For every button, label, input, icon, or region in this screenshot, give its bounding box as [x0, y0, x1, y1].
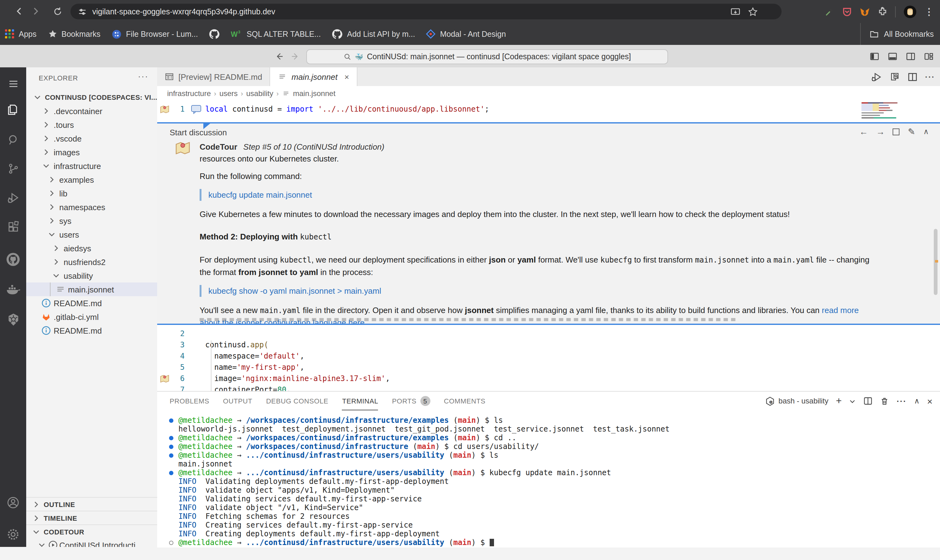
tab-comments[interactable]: COMMENTS: [444, 392, 485, 410]
tab-problems[interactable]: PROBLEMS: [170, 392, 209, 410]
explorer-icon[interactable]: [0, 99, 26, 120]
explorer-item[interactable]: infrastructure: [26, 159, 157, 173]
tab-preview-readme[interactable]: [Preview] README.md: [157, 67, 271, 86]
toggle-sidebar-icon[interactable]: [869, 51, 880, 61]
stop-tour-icon[interactable]: [893, 128, 900, 135]
panel-more-icon[interactable]: ···: [897, 396, 907, 406]
maximize-panel-icon[interactable]: ∧: [914, 397, 920, 405]
explorer-item[interactable]: usability: [26, 269, 157, 283]
pocket-icon[interactable]: [842, 6, 852, 17]
extensions-puzzle-icon[interactable]: [878, 6, 888, 17]
browser-reload-icon[interactable]: [51, 5, 64, 18]
explorer-item[interactable]: nusfriends2: [26, 255, 157, 269]
explorer-item[interactable]: README.md: [26, 324, 157, 337]
customize-layout-icon[interactable]: [924, 51, 934, 61]
bookmark-item[interactable]: W3SQL ALTER TABLE...: [231, 29, 321, 38]
explorer-item[interactable]: main.jsonnet: [26, 283, 157, 296]
explorer-item[interactable]: CONTINUSD [CODESPACES: VI...: [26, 91, 157, 104]
close-panel-icon[interactable]: ×: [927, 396, 932, 406]
codetour-step[interactable]: ContiNUSd Introducti...: [26, 538, 157, 547]
command-center[interactable]: 🐳 ContiNUSd: main.jsonnet — continusd [C…: [306, 49, 668, 64]
settings-gear-icon[interactable]: [0, 524, 26, 545]
bookmark-item[interactable]: Apps: [5, 29, 37, 38]
kill-terminal-icon[interactable]: [880, 396, 889, 406]
address-bar[interactable]: vigilant-space-goggles-wxrqr4qrq5p3v94p.…: [71, 4, 782, 19]
explorer-item[interactable]: users: [26, 228, 157, 242]
breadcrumb-item[interactable]: usability: [246, 89, 273, 98]
bookmark-star-icon[interactable]: [748, 6, 758, 17]
extensions-activity-icon[interactable]: [0, 216, 26, 238]
bookmark-item[interactable]: File Browser - Lum...: [112, 29, 198, 39]
breadcrumb-item[interactable]: main.jsonnet: [293, 89, 335, 98]
section-timeline[interactable]: TIMELINE: [26, 511, 157, 525]
explorer-item[interactable]: images: [26, 145, 157, 159]
browser-back-icon[interactable]: [12, 5, 26, 18]
explorer-item[interactable]: .gitlab-ci.yml: [26, 310, 157, 324]
history-back-icon[interactable]: [272, 49, 286, 63]
minimap[interactable]: [862, 102, 903, 128]
close-icon[interactable]: ×: [344, 72, 349, 82]
debug-run-icon[interactable]: [871, 71, 882, 82]
terminal-line: @metildachee → /workspaces/continusd/inf…: [157, 416, 940, 425]
bookmark-item[interactable]: Add List API by m...: [332, 29, 415, 39]
docker-icon[interactable]: [0, 279, 26, 300]
terminal[interactable]: @metildachee → /workspaces/continusd/inf…: [157, 416, 940, 548]
open-preview-icon[interactable]: [889, 72, 900, 82]
account-icon[interactable]: [0, 492, 26, 513]
terminal-instance[interactable]: $ bash - usability: [765, 396, 828, 406]
explorer-item[interactable]: .vscode: [26, 132, 157, 145]
search-activity-icon[interactable]: [0, 129, 26, 150]
section-outline[interactable]: OUTLINE: [26, 497, 157, 511]
all-bookmarks-button[interactable]: All Bookmarks: [860, 23, 934, 45]
code-editor[interactable]: 1local continusd = import '../../lib/con…: [157, 101, 940, 391]
browser-menu-icon[interactable]: ⋮: [925, 6, 934, 17]
github-activity-icon[interactable]: [0, 249, 26, 270]
explorer-item[interactable]: examples: [26, 173, 157, 186]
tab-debug-console[interactable]: DEBUG CONSOLE: [266, 392, 328, 410]
split-editor-icon[interactable]: [908, 72, 917, 82]
browser-forward-icon[interactable]: [29, 5, 42, 18]
explorer-item[interactable]: .devcontainer: [26, 104, 157, 118]
explorer-item[interactable]: .tours: [26, 118, 157, 132]
explorer-item[interactable]: README.md: [26, 296, 157, 310]
screencast-icon[interactable]: [731, 6, 740, 17]
section-codetour[interactable]: CODETOUR: [26, 525, 157, 538]
metamask-icon[interactable]: [860, 6, 870, 17]
kubernetes-icon[interactable]: [0, 309, 26, 330]
explorer-item[interactable]: sys: [26, 214, 157, 228]
bookmark-item[interactable]: Modal - Ant Design: [426, 29, 506, 38]
explorer-item[interactable]: namespaces: [26, 200, 157, 214]
run-debug-icon[interactable]: [0, 187, 26, 208]
explorer-item-label: .tours: [54, 120, 74, 129]
explorer-item[interactable]: lib: [26, 186, 157, 200]
line-number: 7: [171, 385, 185, 391]
collapse-icon[interactable]: ∧: [923, 127, 929, 136]
tab-ports[interactable]: PORTS5: [392, 392, 430, 410]
history-forward-icon[interactable]: [288, 49, 302, 63]
source-control-icon[interactable]: [0, 158, 26, 179]
toggle-secondary-sidebar-icon[interactable]: [906, 51, 916, 61]
toggle-panel-icon[interactable]: [888, 51, 898, 61]
edit-step-icon[interactable]: ✎: [908, 126, 915, 137]
map-icon: [160, 374, 170, 383]
tab-main-jsonnet[interactable]: main.jsonnet ×: [271, 67, 357, 86]
profile-avatar[interactable]: [903, 5, 917, 18]
tab-terminal[interactable]: TERMINAL: [342, 392, 378, 410]
more-actions-icon[interactable]: ···: [925, 72, 935, 82]
eyedropper-icon[interactable]: [825, 6, 835, 17]
split-terminal-icon[interactable]: [864, 397, 873, 405]
bookmark-item[interactable]: [209, 29, 220, 39]
menu-icon[interactable]: [0, 73, 26, 94]
explorer-item[interactable]: aiedsys: [26, 242, 157, 255]
breadcrumb-item[interactable]: users: [219, 89, 238, 98]
terminal-line: @metildachee → .../continusd/infrastruct…: [157, 538, 940, 547]
breadcrumb-item[interactable]: infrastructure: [167, 89, 211, 98]
tab-output[interactable]: OUTPUT: [223, 392, 252, 410]
bookmark-item[interactable]: Bookmarks: [48, 29, 100, 38]
explorer-more-icon[interactable]: ···: [138, 71, 148, 81]
terminal-dropdown-icon[interactable]: [849, 398, 856, 405]
panel-tabs: PROBLEMS OUTPUT DEBUG CONSOLE TERMINAL P…: [170, 392, 486, 410]
explorer-item-label: .gitlab-ci.yml: [54, 312, 99, 322]
site-settings-icon[interactable]: [78, 7, 87, 16]
chevron-right-icon: [51, 243, 61, 253]
